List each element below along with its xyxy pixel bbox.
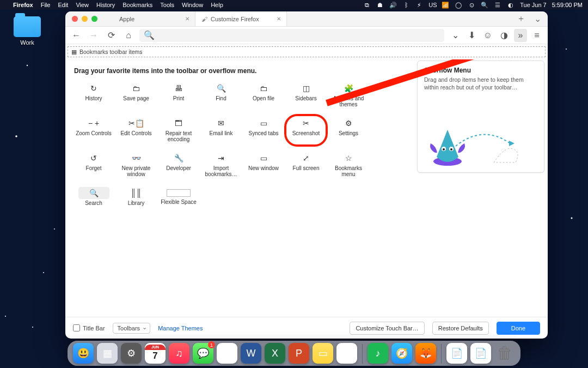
customize-item-settings[interactable]: ⚙Settings — [328, 115, 369, 146]
menu-history[interactable]: History — [96, 2, 115, 8]
battery-icon[interactable]: ⚡︎ — [415, 2, 423, 9]
dock-powerpoint[interactable]: P — [289, 343, 309, 364]
customize-item-zoom[interactable]: − +Zoom Controls — [73, 115, 114, 146]
dock-firefox[interactable]: 🦊 — [415, 343, 436, 364]
dock-notes[interactable]: ▭ — [313, 343, 333, 364]
dock-word[interactable]: W — [241, 343, 261, 364]
find-icon: 🔍 — [201, 83, 241, 93]
done-button[interactable]: Done — [497, 322, 540, 335]
customize-item-sidebars[interactable]: ◫Sidebars — [285, 80, 327, 111]
app-menu-button[interactable]: ≡ — [530, 29, 543, 42]
dock-music[interactable]: ♫ — [169, 343, 189, 364]
customize-item-edit-controls[interactable]: ✂📋Edit Controls — [115, 115, 157, 146]
customize-item-history[interactable]: ↻History — [73, 80, 114, 111]
input-source-icon[interactable]: US — [428, 2, 436, 8]
customize-item-bookmarks-menu[interactable]: ☆Bookmarks menu — [328, 150, 369, 180]
customize-item-forget[interactable]: ↺Forget — [73, 150, 114, 180]
customize-item-synced-tabs[interactable]: ▭Synced tabs — [243, 115, 284, 146]
customize-item-print[interactable]: 🖶Print — [158, 80, 199, 111]
dock-calendar[interactable]: JUN7 — [145, 343, 166, 364]
customize-item-screenshot[interactable]: ✂Screenshot — [285, 115, 327, 146]
dock-system-prefs[interactable]: ⚙ — [121, 343, 142, 364]
dock-messages[interactable]: 💬 — [193, 343, 213, 364]
volume-icon[interactable]: 🔊 — [389, 2, 397, 9]
dock-finder[interactable]: 😃 — [73, 343, 94, 364]
restore-defaults-button[interactable]: Restore Defaults — [432, 322, 489, 335]
user-icon[interactable]: ◯ — [455, 2, 462, 9]
toolbars-dropdown[interactable]: Toolbars — [113, 323, 151, 334]
menubar-time[interactable]: 5:59:00 PM — [552, 2, 583, 8]
tab-close-icon[interactable]: ✕ — [185, 16, 189, 22]
customize-item-new-window[interactable]: ▭New window — [243, 150, 284, 180]
siri-icon[interactable]: ◐ — [507, 2, 514, 9]
url-bar[interactable]: 🔍 — [139, 29, 444, 42]
new-tab-button[interactable]: ＋ — [517, 13, 525, 25]
window-minimize-button[interactable] — [82, 16, 88, 22]
menubar-date[interactable]: Tue Jun 7 — [520, 2, 547, 8]
forward-button[interactable]: → — [87, 29, 100, 42]
desktop-folder-work[interactable]: Work — [11, 16, 44, 46]
item-label: History — [74, 95, 113, 101]
customize-item-save-page[interactable]: 🗀Save page — [115, 80, 157, 111]
dock-trash[interactable]: 🗑 — [494, 343, 515, 364]
customize-item-find[interactable]: 🔍Find — [200, 80, 242, 111]
pocket-button[interactable]: ⌄ — [449, 29, 462, 42]
tab-customize[interactable]: 🖌 Customize Firefox ✕ — [195, 11, 287, 26]
account-button[interactable]: ☺ — [481, 29, 494, 42]
reload-button[interactable]: ⟳ — [105, 29, 118, 42]
spotlight-icon[interactable]: 🔍 — [481, 2, 488, 9]
titlebar-checkbox[interactable]: Title Bar — [73, 324, 105, 331]
window-maximize-button[interactable] — [91, 16, 97, 22]
menu-tools[interactable]: Tools — [160, 2, 174, 8]
dock-safari[interactable]: 🧭 — [391, 343, 412, 364]
customize-item-developer[interactable]: 🔧Developer — [158, 150, 199, 180]
home-button[interactable]: ⌂ — [122, 29, 135, 42]
customize-item-email-link[interactable]: ✉Email link — [200, 115, 242, 146]
customize-item-full-screen[interactable]: ⤢Full screen — [285, 150, 327, 180]
back-button[interactable]: ← — [70, 29, 83, 42]
titlebar-checkbox-input[interactable] — [73, 324, 80, 331]
dock-doc2[interactable]: 📄 — [470, 343, 491, 364]
clock-icon[interactable]: ⊙ — [468, 2, 475, 9]
shield-icon[interactable]: ☗ — [376, 2, 384, 9]
window-titlebar[interactable]: Apple ✕ 🖌 Customize Firefox ✕ ＋ ⌄ — [65, 11, 548, 27]
tab-apple[interactable]: Apple ✕ — [104, 11, 195, 26]
window-close-button[interactable] — [72, 16, 78, 22]
dropbox-icon[interactable]: ⧉ — [363, 2, 371, 9]
customize-item-repair-text[interactable]: 🗔Repair text encoding — [158, 115, 199, 146]
customize-item-addons[interactable]: 🧩Add-ons and themes — [328, 80, 369, 111]
dock-chrome[interactable]: ◎ — [217, 343, 237, 364]
tabs-dropdown-icon[interactable]: ⌄ — [534, 14, 541, 24]
dock-slack[interactable]: ✱ — [336, 343, 357, 364]
customize-item-library[interactable]: ║║Library — [115, 185, 157, 209]
overflow-menu-panel[interactable]: Overflow Menu Drag and drop items here t… — [417, 61, 544, 173]
app-name[interactable]: Firefox — [13, 2, 33, 8]
dock-doc1[interactable]: 📄 — [446, 343, 467, 364]
downloads-button[interactable]: ⬇ — [465, 29, 478, 42]
customize-item-search[interactable]: 🔍Search — [73, 185, 114, 209]
customize-item-import-bookmarks[interactable]: ⇥Import bookmarks… — [200, 150, 242, 180]
customize-touchbar-button[interactable]: Customize Touch Bar… — [350, 322, 424, 335]
customize-item-open-file[interactable]: 🗀Open file — [243, 80, 284, 111]
manage-themes-link[interactable]: Manage Themes — [158, 325, 203, 331]
tab-close-icon[interactable]: ✕ — [277, 16, 281, 22]
menu-help[interactable]: Help — [211, 2, 223, 8]
bookmarks-toolbar-dropzone[interactable]: ▦ Bookmarks toolbar items — [68, 46, 546, 57]
bluetooth-icon[interactable]: ᛒ — [402, 2, 410, 8]
dock-excel[interactable]: X — [265, 343, 285, 364]
customize-favicon-icon: 🖌 — [201, 16, 207, 22]
menu-window[interactable]: Window — [182, 2, 203, 8]
overflow-button[interactable]: » — [514, 29, 527, 42]
wifi-icon[interactable]: 📶 — [442, 2, 449, 9]
control-center-icon[interactable]: ☰ — [494, 2, 501, 9]
extensions-button[interactable]: ◑ — [498, 29, 511, 42]
menu-edit[interactable]: Edit — [58, 2, 68, 8]
customize-item-new-private[interactable]: 👓New private window — [115, 150, 157, 180]
menu-view[interactable]: View — [76, 2, 89, 8]
overflow-desc: Drag and drop items here to keep them wi… — [424, 76, 537, 91]
dock-spotify[interactable]: ♪ — [367, 343, 388, 364]
menu-bookmarks[interactable]: Bookmarks — [122, 2, 152, 8]
dock-launchpad[interactable]: ▦ — [97, 343, 118, 364]
customize-item-flex-space[interactable]: Flexible Space — [158, 185, 199, 209]
menu-file[interactable]: File — [41, 2, 51, 8]
